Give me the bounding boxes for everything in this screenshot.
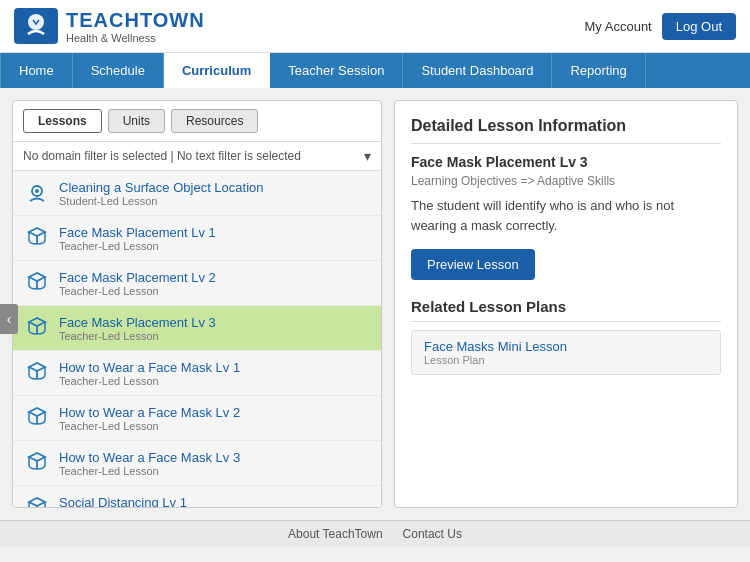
teacher-led-icon [23,494,51,507]
lesson-subtitle: Teacher-Led Lesson [59,330,216,342]
tab-bar: Lessons Units Resources [13,101,381,142]
lesson-title: How to Wear a Face Mask Lv 1 [59,360,240,375]
related-plans-title: Related Lesson Plans [411,298,721,322]
tab-lessons[interactable]: Lessons [23,109,102,133]
lesson-title: Social Distancing Lv 1 [59,495,187,508]
lesson-info: How to Wear a Face Mask Lv 3 Teacher-Led… [59,450,240,477]
lesson-subtitle: Student-Led Lesson [59,195,264,207]
teacher-led-icon [23,224,51,252]
nav-teacher-session[interactable]: Teacher Session [270,53,403,88]
lesson-info: How to Wear a Face Mask Lv 2 Teacher-Led… [59,405,240,432]
logout-button[interactable]: Log Out [662,13,736,40]
tab-units[interactable]: Units [108,109,165,133]
lesson-item[interactable]: Face Mask Placement Lv 2 Teacher-Led Les… [13,261,381,306]
lesson-item[interactable]: Face Mask Placement Lv 1 Teacher-Led Les… [13,216,381,261]
about-link[interactable]: About TeachTown [288,527,383,541]
teacher-led-icon [23,449,51,477]
filter-row: No domain filter is selected | No text f… [13,142,381,171]
lesson-title: How to Wear a Face Mask Lv 2 [59,405,240,420]
lesson-info: Face Mask Placement Lv 1 Teacher-Led Les… [59,225,216,252]
nav-reporting[interactable]: Reporting [552,53,645,88]
lesson-item-active[interactable]: Face Mask Placement Lv 3 Teacher-Led Les… [13,306,381,351]
header-right: My Account Log Out [585,13,736,40]
lesson-info: Face Mask Placement Lv 2 Teacher-Led Les… [59,270,216,297]
nav-home[interactable]: Home [0,53,73,88]
back-arrow-button[interactable]: ‹ [0,304,18,334]
lesson-list: Cleaning a Surface Object Location Stude… [13,171,381,507]
right-panel: Detailed Lesson Information Face Mask Pl… [394,100,738,508]
selected-lesson-name: Face Mask Placement Lv 3 [411,154,721,170]
teacher-led-icon [23,269,51,297]
lesson-title: How to Wear a Face Mask Lv 3 [59,450,240,465]
detail-panel-title: Detailed Lesson Information [411,117,721,144]
nav-student-dashboard[interactable]: Student Dashboard [403,53,552,88]
lesson-info: Face Mask Placement Lv 3 Teacher-Led Les… [59,315,216,342]
related-item-title: Face Masks Mini Lesson [424,339,708,354]
lesson-item[interactable]: Cleaning a Surface Object Location Stude… [13,171,381,216]
logo-name: TEACHTOWN [66,9,205,32]
lesson-info: Social Distancing Lv 1 Teacher-Led Lesso… [59,495,187,508]
svg-point-2 [35,189,39,193]
my-account-link[interactable]: My Account [585,19,652,34]
contact-link[interactable]: Contact Us [403,527,462,541]
main-nav: Home Schedule Curriculum Teacher Session… [0,53,750,88]
content-area: Lessons Units Resources No domain filter… [0,88,750,550]
preview-lesson-button[interactable]: Preview Lesson [411,249,535,280]
lesson-info: Cleaning a Surface Object Location Stude… [59,180,264,207]
lesson-item[interactable]: How to Wear a Face Mask Lv 2 Teacher-Led… [13,396,381,441]
lesson-item[interactable]: Social Distancing Lv 1 Teacher-Led Lesso… [13,486,381,507]
lesson-item[interactable]: How to Wear a Face Mask Lv 3 Teacher-Led… [13,441,381,486]
filter-text: No domain filter is selected | No text f… [23,149,358,163]
lesson-title: Cleaning a Surface Object Location [59,180,264,195]
student-led-icon [23,179,51,207]
logo-sub: Health & Wellness [66,32,205,44]
lesson-title: Face Mask Placement Lv 2 [59,270,216,285]
lesson-description: The student will identify who is and who… [411,196,721,235]
nav-schedule[interactable]: Schedule [73,53,164,88]
filter-chevron-icon[interactable]: ▾ [364,148,371,164]
tab-resources[interactable]: Resources [171,109,258,133]
lesson-info: How to Wear a Face Mask Lv 1 Teacher-Led… [59,360,240,387]
nav-curriculum[interactable]: Curriculum [164,53,270,88]
lesson-subtitle: Teacher-Led Lesson [59,465,240,477]
logo-text: TEACHTOWN Health & Wellness [66,9,205,44]
domain-filter-text: No domain filter is selected [23,149,167,163]
main-content: Lessons Units Resources No domain filter… [0,88,750,520]
lesson-subtitle: Teacher-Led Lesson [59,240,216,252]
related-item-subtitle: Lesson Plan [424,354,708,366]
teacher-led-icon [23,359,51,387]
learning-objectives: Learning Objectives => Adaptive Skills [411,174,721,188]
teacher-led-icon [23,314,51,342]
svg-point-0 [28,14,44,30]
lesson-subtitle: Teacher-Led Lesson [59,375,240,387]
text-filter-text: No text filter is selected [177,149,301,163]
header: TEACHTOWN Health & Wellness My Account L… [0,0,750,53]
lesson-item[interactable]: How to Wear a Face Mask Lv 1 Teacher-Led… [13,351,381,396]
logo-area: TEACHTOWN Health & Wellness [14,8,205,44]
logo-icon [14,8,58,44]
footer: About TeachTown Contact Us [0,520,750,547]
left-panel: Lessons Units Resources No domain filter… [12,100,382,508]
lesson-title: Face Mask Placement Lv 1 [59,225,216,240]
lesson-subtitle: Teacher-Led Lesson [59,420,240,432]
lesson-subtitle: Teacher-Led Lesson [59,285,216,297]
related-lesson-item[interactable]: Face Masks Mini Lesson Lesson Plan [411,330,721,375]
teacher-led-icon [23,404,51,432]
lesson-title: Face Mask Placement Lv 3 [59,315,216,330]
